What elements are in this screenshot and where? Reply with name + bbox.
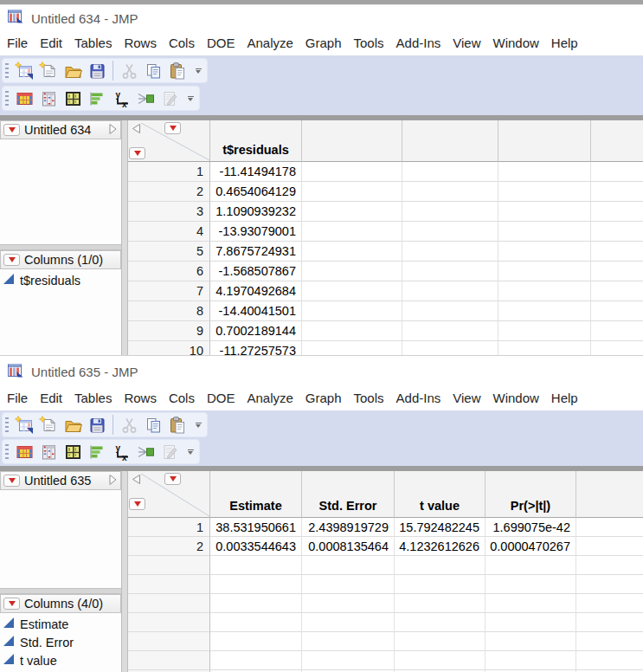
cell[interactable]: 1.1090939232 [210,202,302,222]
row-number[interactable]: 2 [128,182,210,202]
menu-rows[interactable]: Rows [119,31,162,55]
menu-add-ins[interactable]: Add-Ins [391,386,447,410]
cut-icon[interactable] [118,61,140,81]
column-header[interactable]: t$residuals [210,120,302,162]
cell[interactable] [402,202,498,222]
expand-arrow-icon[interactable] [108,474,118,488]
cell[interactable] [485,632,576,651]
row-number[interactable] [128,651,210,670]
empty-column-header[interactable] [402,120,498,162]
cell[interactable] [485,556,576,575]
column-header[interactable]: Std. Error [302,471,395,518]
cell[interactable] [498,262,591,281]
cell[interactable] [302,594,395,613]
cell[interactable] [302,575,395,594]
empty-column-header[interactable] [498,120,591,162]
cell[interactable] [302,556,395,575]
graph-builder-icon[interactable] [86,88,108,109]
cell[interactable]: 2.4398919729 [302,518,395,537]
cell[interactable] [302,162,402,182]
cell[interactable] [395,556,485,575]
cell[interactable] [395,575,485,594]
cell[interactable] [402,182,498,202]
cell[interactable] [498,242,591,262]
menu-cols[interactable]: Cols [164,386,200,410]
new-journal-icon[interactable] [37,61,60,81]
columns-menu-red-triangle[interactable] [164,122,181,134]
row-number[interactable] [128,613,210,632]
collapse-panel-icon[interactable] [131,474,141,488]
cell[interactable]: 0.0033544643 [210,537,302,556]
open-folder-icon[interactable] [61,415,84,436]
menu-cols[interactable]: Cols [164,31,200,55]
paste-icon[interactable] [166,61,189,81]
open-folder-icon[interactable] [61,61,84,81]
cell[interactable] [402,281,498,301]
panel-splitter[interactable] [0,244,121,250]
row-number[interactable]: 9 [128,321,210,341]
menu-window[interactable]: Window [488,31,544,55]
column-header[interactable]: Pr(>|t|) [485,471,576,518]
cell[interactable] [302,242,402,262]
cell[interactable] [395,632,485,651]
cell[interactable]: 0.4654064129 [210,182,302,202]
menu-doe[interactable]: DOE [202,31,241,55]
save-icon[interactable] [86,61,108,81]
cell[interactable]: -14.40041501 [210,301,302,321]
rows-menu-red-triangle[interactable] [129,498,145,510]
menu-graph[interactable]: Graph [300,386,347,410]
row-number[interactable] [128,575,210,594]
cell[interactable]: 7.8675724931 [210,242,302,262]
menu-analyze[interactable]: Analyze [241,31,298,55]
cell[interactable] [498,162,591,182]
cell[interactable] [402,262,498,281]
menu-analyze[interactable]: Analyze [241,386,298,410]
cell[interactable]: -11.27257573 [210,341,302,355]
cell[interactable] [210,575,302,594]
cell[interactable] [591,281,643,301]
titlebar[interactable]: Untitled 634 - JMP [0,5,643,31]
cell[interactable] [576,575,643,594]
cell[interactable] [591,162,643,182]
empty-column-header[interactable] [576,471,643,518]
menu-doe[interactable]: DOE [202,386,241,410]
cell[interactable] [395,613,485,632]
menu-window[interactable]: Window [488,386,544,410]
cell[interactable] [485,613,576,632]
cell[interactable] [498,202,591,222]
cell[interactable] [591,341,643,355]
cell[interactable] [576,556,643,575]
toolbar-overflow-button[interactable] [186,449,195,455]
row-number[interactable]: 8 [128,301,210,321]
summary-table-icon[interactable] [37,442,60,462]
menu-file[interactable]: File [2,31,33,55]
cell[interactable] [576,613,643,632]
cell[interactable] [402,321,498,341]
toolbar-grip[interactable] [5,91,9,107]
cell[interactable] [576,594,643,613]
cell[interactable] [498,341,591,355]
cell[interactable] [210,594,302,613]
menu-file[interactable]: File [2,386,33,410]
cell[interactable] [485,651,576,670]
menu-edit[interactable]: Edit [35,31,68,55]
collapse-panel-icon[interactable] [131,123,141,137]
edit-script-icon[interactable] [158,442,181,462]
cell[interactable]: -1.568507867 [210,262,302,281]
row-number[interactable] [128,632,210,651]
column-header[interactable]: t value [395,471,485,518]
cell[interactable] [210,556,302,575]
cell[interactable]: 4.1232612626 [395,537,485,556]
row-number[interactable] [128,556,210,575]
toolbar-grip[interactable] [5,444,9,460]
cell[interactable]: -13.93079001 [210,222,302,242]
cell[interactable]: 4.1970492684 [210,281,302,301]
column-list-item[interactable]: Estimate [0,615,121,633]
cell[interactable] [402,242,498,262]
cell[interactable] [302,632,395,651]
cell[interactable] [302,262,402,281]
panel-splitter[interactable] [0,588,121,594]
cell[interactable] [302,301,402,321]
cell[interactable] [576,518,643,537]
cell[interactable] [498,222,591,242]
